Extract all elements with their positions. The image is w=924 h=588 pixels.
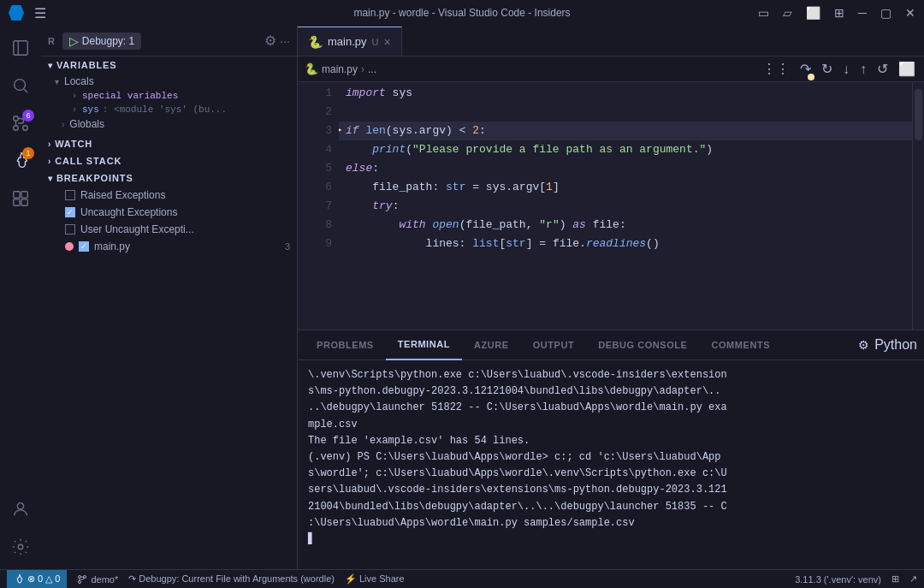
breadcrumb-path: ...: [368, 63, 376, 75]
activity-git[interactable]: 6: [5, 108, 36, 139]
user-uncaught-checkbox[interactable]: [65, 224, 75, 235]
open-args: (file_path,: [459, 216, 540, 235]
panel-tabs: PROBLEMS TERMINAL AZURE OUTPUT DEBUG CON…: [298, 330, 924, 360]
close-button[interactable]: ✕: [905, 6, 915, 20]
colon-1: :: [479, 122, 486, 140]
debug-more-icon[interactable]: ···: [280, 34, 290, 48]
titlebar-title: main.py - wordle - Visual Studio Code - …: [353, 7, 570, 19]
raised-exceptions-bp[interactable]: Raised Exceptions: [41, 187, 297, 204]
debug-play-button[interactable]: ▷ Debugpy: 1: [62, 33, 141, 50]
editor-tab-mainpy[interactable]: 🐍 main.py U ×: [298, 27, 402, 56]
status-debug-config[interactable]: ↷ Debugpy: Current File with Arguments (…: [128, 573, 335, 585]
mainpy-checkbox[interactable]: [79, 241, 89, 252]
try-colon: :: [393, 197, 400, 216]
editor-scrollbar[interactable]: [912, 82, 924, 330]
line-num-3: 3: [305, 122, 332, 140]
terminal-line-6: (.venv) PS C:\Users\luabud\Apps\wordle> …: [308, 449, 914, 466]
debug-cursor-icon[interactable]: ↷: [798, 59, 813, 79]
raised-exceptions-checkbox[interactable]: [65, 190, 75, 200]
breadcrumb-icon: 🐍: [305, 62, 318, 75]
tab-output[interactable]: OUTPUT: [521, 330, 587, 360]
debug-stepover-icon[interactable]: ↻: [820, 59, 834, 79]
debug-stop-icon[interactable]: ⬜: [897, 59, 917, 79]
mainpy-bp[interactable]: main.py 3: [41, 238, 297, 255]
status-share-icon[interactable]: ↗: [909, 573, 917, 585]
indent-6: file_path:: [346, 178, 446, 197]
debug-stepinto-icon[interactable]: ↓: [841, 60, 851, 79]
code-line-9: lines: list[str] = file.readlines(): [339, 235, 912, 253]
breakpoints-chevron-icon: ▾: [48, 174, 53, 183]
str-r: "r": [539, 216, 559, 235]
debug-settings-icon[interactable]: ⚙: [264, 33, 276, 49]
callstack-section-header[interactable]: › CALL STACK: [41, 152, 297, 169]
activity-explorer[interactable]: [5, 33, 36, 63]
layout-icon[interactable]: ▭: [758, 6, 769, 20]
debug-controls: ▷ Debugpy: 1: [62, 33, 141, 50]
watch-label: WATCH: [55, 139, 92, 149]
split-icon[interactable]: ⬜: [806, 6, 820, 20]
status-branch[interactable]: demo*: [77, 574, 118, 585]
terminal-line-8: sers\luabud\.vscode-insiders\extensions\…: [308, 482, 914, 498]
tab-modified-label: U: [372, 37, 379, 47]
tab-terminal[interactable]: TERMINAL: [386, 330, 462, 360]
debug-stepout-icon[interactable]: ↑: [858, 60, 868, 79]
sys-variable-item[interactable]: › sys : <module 'sys' (bu...: [41, 103, 297, 116]
svg-point-3: [14, 116, 19, 122]
status-grid-icon[interactable]: ⊞: [891, 573, 899, 585]
line-num-5: 5: [305, 159, 332, 178]
status-python-version[interactable]: 3.11.3 ('.venv': venv): [795, 574, 881, 585]
terminal-line-4: mple.csv: [308, 417, 914, 433]
panel-icon[interactable]: ▱: [783, 6, 792, 20]
watch-section-header[interactable]: › WATCH: [41, 135, 297, 152]
special-variables-item[interactable]: › special variables: [41, 89, 297, 103]
breakpoints-section-header[interactable]: ▾ BREAKPOINTS: [41, 169, 297, 187]
special-variables-label: special variables: [82, 91, 178, 101]
activity-bar: 6 1: [0, 26, 41, 569]
code-argv: (sys.argv) <: [386, 122, 472, 140]
variables-section-header[interactable]: ▾ VARIABLES: [41, 56, 297, 74]
activity-bottom: [5, 494, 36, 569]
mainpy-line: 3: [285, 241, 290, 252]
line-num-8: 8: [305, 216, 332, 235]
grid-icon[interactable]: ⊞: [834, 6, 844, 20]
sidebar-header: R ▷ Debugpy: 1 ⚙ ···: [41, 26, 297, 56]
minimize-button[interactable]: ─: [858, 6, 867, 20]
tab-debug-console[interactable]: DEBUG CONSOLE: [586, 330, 699, 360]
special-var-chevron-icon: ›: [72, 92, 77, 101]
panel-python-selector[interactable]: ⚙ Python: [858, 337, 917, 353]
status-liveshare[interactable]: ⚡ Live Share: [345, 573, 405, 585]
tab-comments[interactable]: COMMENTS: [699, 330, 782, 360]
uncaught-exceptions-checkbox[interactable]: [65, 207, 75, 217]
svg-rect-8: [21, 199, 27, 205]
svg-rect-0: [14, 41, 28, 56]
globals-tree-item[interactable]: › Globals: [41, 116, 297, 132]
globals-chevron-icon: ›: [62, 120, 64, 129]
code-sys: sys: [386, 84, 412, 103]
tab-azure[interactable]: AZURE: [462, 330, 521, 360]
terminal-content[interactable]: \.venv\Scripts\python.exe c:\Users\luabu…: [298, 360, 924, 569]
hamburger-menu-icon[interactable]: ☰: [34, 5, 46, 21]
uncaught-exceptions-bp[interactable]: Uncaught Exceptions: [41, 204, 297, 221]
titlebar-controls: ▭ ▱ ⬜ ⊞ ─ ▢ ✕: [758, 6, 915, 20]
restore-button[interactable]: ▢: [880, 6, 891, 20]
code-content[interactable]: import sys ➤ if len(sys.argv) < 2: print…: [339, 82, 912, 330]
status-debug-indicator[interactable]: ⊗ 0 △ 0: [7, 570, 67, 589]
tab-problems[interactable]: PROBLEMS: [305, 330, 386, 360]
activity-debug[interactable]: 1: [5, 146, 36, 176]
debug-restart-icon[interactable]: ↺: [875, 59, 890, 79]
status-bar: ⊗ 0 △ 0 demo* ↷ Debugpy: Current File wi…: [0, 569, 924, 588]
python-version-label: 3.11.3 ('.venv': venv): [795, 574, 881, 585]
locals-tree-item[interactable]: ▾ Locals: [41, 74, 297, 89]
tab-filename: main.py: [328, 35, 367, 48]
line-num-7: 7: [305, 197, 332, 216]
variables-chevron-icon: ▾: [48, 61, 53, 70]
status-liveshare-label: ⚡ Live Share: [345, 573, 405, 585]
activity-settings[interactable]: [5, 532, 36, 562]
line-numbers: 1 2 3 4 5 6 7 8 9: [298, 82, 339, 330]
activity-extensions[interactable]: [5, 183, 36, 214]
tab-close-button[interactable]: ×: [383, 35, 390, 49]
callstack-chevron-icon: ›: [48, 157, 51, 166]
activity-search[interactable]: [5, 70, 36, 101]
user-uncaught-bp[interactable]: User Uncaught Excepti...: [41, 221, 297, 238]
activity-account[interactable]: [5, 494, 36, 525]
